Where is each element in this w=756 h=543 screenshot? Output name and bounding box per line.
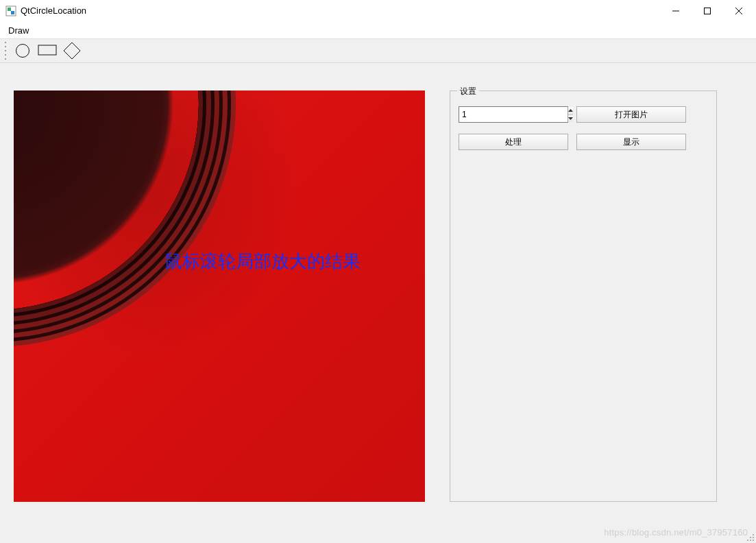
svg-point-12 [753,534,754,535]
menu-draw[interactable]: Draw [4,24,33,37]
svg-rect-8 [38,45,56,55]
open-image-button[interactable]: 打开图片 [576,106,686,123]
svg-marker-9 [64,43,80,59]
resize-grip[interactable] [746,533,755,542]
svg-rect-1 [8,8,11,11]
svg-marker-11 [568,117,573,120]
svg-point-7 [16,45,29,58]
toolbar [0,38,756,63]
tool-circle[interactable] [11,40,34,61]
spin-buttons [568,107,573,122]
spinbox-input[interactable] [459,107,568,122]
titlebar: QtCircleLocation [0,0,756,22]
menubar: Draw [0,22,756,38]
maximize-button[interactable] [692,1,723,21]
svg-point-14 [753,537,754,538]
svg-point-13 [750,537,751,538]
spin-up-button[interactable] [568,107,573,115]
svg-rect-4 [705,8,711,14]
image-viewport[interactable]: 鼠标滚轮局部放大的结果 [14,90,425,502]
close-button[interactable] [723,1,755,21]
svg-marker-10 [568,109,573,112]
window-controls [660,1,755,21]
svg-point-16 [750,540,751,541]
svg-rect-2 [11,11,14,14]
tool-rectangle[interactable] [36,40,59,61]
settings-row-1: 打开图片 [459,106,708,123]
value-spinbox[interactable] [459,106,568,123]
watermark-text: https://blog.csdn.net/m0_37957160 [604,527,748,538]
minimize-button[interactable] [660,1,692,21]
lens-ridges [14,90,199,310]
svg-point-15 [747,540,748,541]
tool-diamond[interactable] [60,40,84,61]
settings-group: 设置 打开图片 处理 显示 [450,90,717,502]
display-button[interactable]: 显示 [576,134,686,150]
process-button[interactable]: 处理 [459,134,568,150]
toolbar-grip[interactable] [4,41,8,60]
content-area: 鼠标滚轮局部放大的结果 设置 打开图片 处理 显示 [0,63,756,543]
spin-down-button[interactable] [568,115,573,123]
window-title: QtCircleLocation [21,5,660,16]
svg-point-17 [753,540,754,541]
overlay-annotation-text: 鼠标滚轮局部放大的结果 [164,250,361,274]
app-icon [5,5,16,16]
settings-group-title: 设置 [457,86,479,97]
settings-row-2: 处理 显示 [459,134,708,150]
